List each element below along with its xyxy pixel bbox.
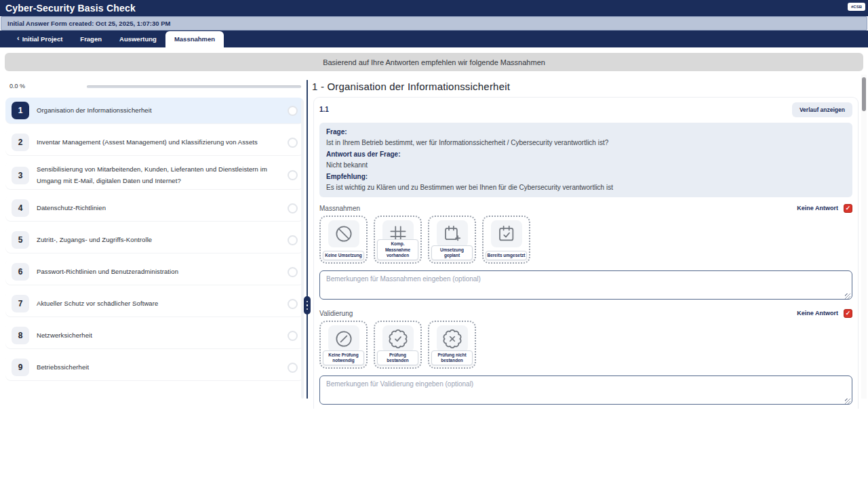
item-label: Datenschutz-Richtlinien bbox=[37, 203, 280, 214]
item-status-radio bbox=[288, 331, 298, 341]
item-number-badge: 2 bbox=[12, 134, 29, 151]
calendar-check-icon bbox=[496, 224, 517, 244]
option-label: Prüfung bestanden bbox=[377, 350, 418, 366]
item-number-badge: 9 bbox=[12, 359, 29, 376]
sidebar-item-3[interactable]: 3Sensibilisierung von Mitarbeitenden, Ku… bbox=[5, 161, 304, 189]
option-label: Keine Umsetzung bbox=[323, 251, 364, 260]
tab-bar: ‹ Initial Project Fragen Auswertung Mass… bbox=[0, 30, 868, 47]
pane-splitter[interactable] bbox=[307, 80, 308, 399]
progress-row: 0.0 % bbox=[5, 80, 304, 98]
sidebar-item-4[interactable]: 4Datenschutz-Richtlinien bbox=[5, 195, 304, 221]
validierung-comment-input[interactable] bbox=[319, 375, 852, 405]
item-status-radio bbox=[288, 267, 298, 277]
measure-panel: 1.1 Verlauf anzeigen Frage: Ist in Ihrem… bbox=[313, 97, 859, 409]
item-label: Betriebssicherheit bbox=[37, 362, 280, 373]
sidebar-item-2[interactable]: 2Inventar Management (Assest Management)… bbox=[5, 129, 304, 155]
option-keine-prüfung-notwendig[interactable]: Keine Prüfung notwendig bbox=[319, 321, 368, 369]
item-number-badge: 4 bbox=[12, 199, 29, 217]
splitter-drag-handle[interactable] bbox=[304, 296, 311, 314]
validierung-keine-antwort-label: Keine Antwort bbox=[797, 310, 838, 317]
show-history-button[interactable]: Verlauf anzeigen bbox=[792, 102, 852, 117]
item-label: Organisation der Informationssicherheit bbox=[37, 105, 280, 117]
seal-x-icon bbox=[442, 329, 462, 349]
option-prüfung-bestanden[interactable]: Prüfung bestanden bbox=[374, 321, 422, 369]
creation-info-bar: Initial Answer Form created: Oct 25, 202… bbox=[1, 16, 867, 30]
frage-text: Ist in Ihrem Betrieb bestimmt, wer für I… bbox=[326, 138, 846, 148]
option-keine-umsetzung[interactable]: Keine Umsetzung bbox=[319, 216, 368, 264]
topics-sidebar: 0.0 % 1Organisation der Informationssich… bbox=[5, 80, 304, 399]
item-label: Zutritt-, Zugangs- und Zugriffs-Kontroll… bbox=[37, 235, 280, 246]
app-title: Cyber-Security Basis Check bbox=[0, 3, 136, 14]
sidebar-item-7[interactable]: 7Aktueller Schutz vor schädlicher Softwa… bbox=[5, 291, 304, 317]
option-umsetzung-geplant[interactable]: Umsetzung geplant bbox=[428, 216, 476, 264]
sidebar-item-1[interactable]: 1Organisation der Informationssicherheit bbox=[5, 98, 304, 123]
validierung-group-label: Validierung bbox=[319, 310, 353, 317]
item-label: Aktueller Schutz vor schädlicher Softwar… bbox=[37, 298, 280, 310]
item-label: Passwort-Richtlinien und Benutzeradminis… bbox=[37, 266, 280, 278]
question-summary-box: Frage: Ist in Ihrem Betrieb bestimmt, we… bbox=[319, 123, 852, 197]
check-icon: ✓ bbox=[846, 310, 851, 317]
validierung-keine-antwort-checkbox[interactable]: ✓ bbox=[844, 309, 852, 318]
antwort-label: Antwort aus der Frage: bbox=[326, 149, 846, 160]
tab-massnahmen[interactable]: Massnahmen bbox=[165, 31, 224, 47]
validierung-options: Keine Prüfung notwendigPrüfung bestanden… bbox=[319, 321, 852, 369]
project-code-badge: #CSB bbox=[848, 3, 865, 11]
app-header: Cyber-Security Basis Check #CSB bbox=[0, 0, 868, 16]
section-title: 1 - Organisation der Informationssicherh… bbox=[312, 81, 510, 92]
tab-initial-project-label: Initial Project bbox=[22, 35, 63, 43]
item-status-radio bbox=[288, 138, 298, 148]
item-status-radio bbox=[288, 363, 298, 373]
sidebar-item-8[interactable]: 8Netzwerksicherheit bbox=[5, 323, 304, 348]
sidebar-item-9[interactable]: 9Betriebssicherheit bbox=[5, 354, 304, 380]
main-scrollbar-thumb[interactable] bbox=[862, 77, 866, 111]
item-number-badge: 8 bbox=[12, 327, 29, 344]
item-number-badge: 7 bbox=[12, 295, 29, 312]
calendar-plus-icon bbox=[442, 224, 462, 244]
question-number: 1.1 bbox=[319, 106, 329, 113]
option-prüfung-nicht-bestanden[interactable]: Prüfung nicht bestanden bbox=[428, 321, 476, 369]
topics-list: 1Organisation der Informationssicherheit… bbox=[5, 98, 304, 380]
item-number-badge: 6 bbox=[12, 263, 29, 281]
progress-bar bbox=[87, 85, 301, 88]
item-number-badge: 3 bbox=[12, 167, 29, 184]
option-label: Komp. Massnahme vorhanden bbox=[377, 239, 418, 260]
antwort-text: Nicht bekannt bbox=[326, 160, 846, 171]
item-number-badge: 1 bbox=[12, 102, 29, 119]
app-root: Cyber-Security Basis Check #CSB Initial … bbox=[0, 0, 868, 488]
circle-slash-icon bbox=[334, 329, 354, 349]
empfehlung-label: Empfehlung: bbox=[326, 171, 846, 182]
sidebar-item-6[interactable]: 6Passwort-Richtlinien und Benutzeradmini… bbox=[5, 259, 304, 285]
option-label: Prüfung nicht bestanden bbox=[431, 350, 473, 366]
massnahmen-group-label: Massnahmen bbox=[319, 205, 360, 212]
item-label: Inventar Management (Assest Management) … bbox=[37, 137, 280, 148]
item-status-radio bbox=[288, 106, 298, 116]
item-status-radio bbox=[288, 170, 298, 180]
tab-initial-project[interactable]: ‹ Initial Project bbox=[8, 31, 71, 47]
massnahmen-options: Keine UmsetzungKomp. Massnahme vorhanden… bbox=[319, 216, 852, 264]
item-status-radio bbox=[288, 299, 298, 309]
option-bereits-umgesetzt[interactable]: Bereits umgesetzt bbox=[482, 216, 530, 264]
empfehlung-text: Es ist wichtig zu Klären und zu Bestimme… bbox=[326, 182, 846, 193]
item-label: Sensibilisierung von Mitarbeitenden, Kun… bbox=[37, 164, 280, 186]
recommendation-banner-text: Basierend auf Ihre Antworten empfehlen w… bbox=[323, 58, 545, 66]
tab-fragen[interactable]: Fragen bbox=[71, 31, 111, 47]
item-label: Netzwerksicherheit bbox=[37, 330, 280, 342]
option-komp-massnahme-vorhanden[interactable]: Komp. Massnahme vorhanden bbox=[374, 216, 422, 264]
massnahmen-keine-antwort-checkbox[interactable]: ✓ bbox=[844, 204, 852, 213]
seal-check-icon bbox=[388, 329, 408, 349]
item-status-radio bbox=[288, 203, 298, 214]
option-label: Bereits umgesetzt bbox=[486, 251, 527, 260]
tab-auswertung[interactable]: Auswertung bbox=[111, 31, 165, 47]
sidebar-scrollbar[interactable] bbox=[301, 100, 304, 399]
recommendation-banner: Basierend auf Ihre Antworten empfehlen w… bbox=[5, 53, 863, 71]
item-number-badge: 5 bbox=[12, 231, 29, 249]
frage-label: Frage: bbox=[326, 127, 846, 138]
prohibition-icon bbox=[334, 224, 354, 244]
massnahmen-comment-input[interactable] bbox=[319, 270, 852, 300]
main-scrollbar[interactable] bbox=[861, 75, 867, 399]
creation-info-text: Initial Answer Form created: Oct 25, 202… bbox=[1, 20, 170, 27]
item-status-radio bbox=[288, 235, 298, 245]
option-label: Umsetzung geplant bbox=[431, 245, 473, 261]
back-chevron-icon: ‹ bbox=[17, 35, 20, 42]
sidebar-item-5[interactable]: 5Zutritt-, Zugangs- und Zugriffs-Kontrol… bbox=[5, 227, 304, 253]
